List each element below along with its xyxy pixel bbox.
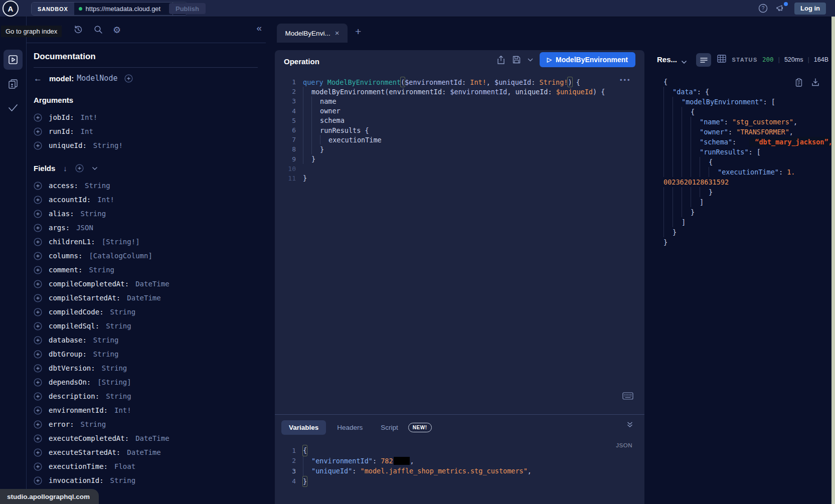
doc-field-row[interactable]: executeStartedAt:DateTime (34, 447, 258, 457)
field-type-link[interactable]: String (93, 350, 119, 358)
doc-field-row[interactable]: uniqueId:String! (34, 140, 258, 150)
add-to-operation-icon[interactable] (34, 406, 42, 415)
add-to-operation-icon[interactable] (34, 308, 42, 316)
add-to-operation-icon[interactable] (34, 448, 42, 457)
field-type-link[interactable]: DateTime (127, 448, 160, 456)
history-icon[interactable] (73, 25, 83, 37)
doc-field-row[interactable]: args:JSON (34, 223, 258, 233)
doc-field-row[interactable]: accountId:Int! (34, 195, 258, 205)
field-type-link[interactable]: String (110, 476, 136, 484)
doc-field-row[interactable]: access:String (34, 181, 258, 191)
collapse-panel-icon[interactable]: « (256, 23, 262, 34)
help-icon[interactable]: ? (758, 4, 768, 13)
response-dropdown-chevron-icon[interactable] (681, 57, 687, 66)
add-to-operation-icon[interactable] (34, 294, 42, 302)
add-to-operation-icon[interactable] (34, 322, 42, 330)
add-to-operation-icon[interactable] (34, 462, 42, 471)
download-response-icon[interactable] (811, 78, 819, 89)
table-view-button[interactable] (717, 55, 726, 65)
tab-script[interactable]: Script (374, 420, 405, 435)
doc-field-type-link[interactable]: ModelNode (77, 74, 117, 83)
add-to-operation-icon[interactable] (34, 420, 42, 429)
nav-explorer-button[interactable] (4, 50, 23, 70)
doc-field-row[interactable]: jobId:Int! (34, 112, 258, 122)
collapse-variables-icon[interactable] (626, 421, 633, 430)
add-to-operation-icon[interactable] (34, 392, 42, 401)
field-type-link[interactable]: DateTime (127, 294, 160, 302)
search-icon[interactable] (93, 25, 103, 37)
field-type-link[interactable]: Float (114, 462, 135, 470)
doc-field-row[interactable]: invocationId:String (34, 475, 258, 485)
tab-variables[interactable]: Variables (281, 420, 326, 435)
doc-field-row[interactable]: compileStartedAt:DateTime (34, 293, 258, 303)
field-type-link[interactable]: [String] (97, 378, 131, 386)
add-to-operation-icon[interactable] (34, 238, 42, 246)
add-to-operation-icon[interactable] (34, 224, 42, 232)
share-icon[interactable] (496, 55, 506, 65)
field-type-link[interactable]: DateTime (135, 280, 169, 288)
field-type-link[interactable]: Int (81, 127, 93, 135)
doc-field-row[interactable]: compileCompletedAt:DateTime (34, 279, 258, 289)
add-to-operation-icon[interactable] (34, 113, 42, 122)
field-type-link[interactable]: String (110, 308, 136, 316)
doc-field-row[interactable]: environmentId:Int! (34, 405, 258, 415)
field-type-link[interactable]: [String!] (102, 238, 140, 246)
publish-button[interactable]: Publish (169, 3, 206, 14)
add-to-operation-icon[interactable] (34, 266, 42, 274)
tab-headers[interactable]: Headers (330, 420, 370, 435)
response-title[interactable]: Res... (657, 55, 677, 64)
field-type-link[interactable]: Int! (114, 406, 131, 414)
field-type-link[interactable]: String (106, 392, 131, 400)
doc-field-row[interactable]: database:String (34, 335, 258, 345)
add-to-operation-icon[interactable] (34, 127, 42, 136)
nav-checks-button[interactable] (0, 103, 26, 113)
operation-more-menu[interactable]: ••• (620, 76, 631, 84)
settings-gear-icon[interactable]: ⚙ (113, 25, 121, 36)
sort-down-icon[interactable]: ↓ (63, 164, 67, 173)
doc-field-row[interactable]: description:String (34, 391, 258, 401)
add-all-fields-icon[interactable] (75, 164, 84, 173)
variables-editor[interactable]: 1{2"environmentId": 782,3"uniqueId": "mo… (275, 445, 644, 486)
add-to-operation-icon[interactable] (34, 196, 42, 204)
login-button[interactable]: Log in (794, 3, 826, 15)
doc-field-row[interactable]: compiledSql:String (34, 321, 258, 331)
response-json[interactable]: {"data": {"modelByEnvironment": [{"name"… (663, 77, 831, 247)
add-to-operation-icon[interactable] (34, 476, 42, 485)
add-to-operation-icon[interactable] (34, 350, 42, 359)
doc-field-row[interactable]: dependsOn:[String] (34, 377, 258, 387)
add-to-operation-icon[interactable] (34, 210, 42, 218)
close-tab-icon[interactable]: × (335, 30, 340, 37)
add-to-operation-icon[interactable] (34, 336, 42, 345)
operation-editor[interactable]: 1query ModelByEnvironment($environmentId… (275, 77, 644, 183)
add-field-icon[interactable] (124, 74, 133, 83)
announcements-icon[interactable] (776, 4, 786, 13)
run-operation-button[interactable]: ▷ ModelByEnvironment (540, 52, 635, 67)
doc-field-row[interactable]: compiledCode:String (34, 307, 258, 317)
doc-field-row[interactable]: runId:Int (34, 126, 258, 136)
field-type-link[interactable]: String! (93, 141, 123, 149)
copy-response-icon[interactable] (795, 78, 803, 89)
field-type-link[interactable]: String (102, 364, 127, 372)
operation-tab[interactable]: ModelByEnvi... × (277, 24, 348, 43)
add-to-operation-icon[interactable] (34, 252, 42, 260)
field-type-link[interactable]: String (93, 336, 119, 344)
keyboard-shortcuts-icon[interactable] (622, 392, 633, 402)
field-type-link[interactable]: String (81, 210, 106, 218)
add-to-operation-icon[interactable] (34, 141, 42, 150)
add-to-operation-icon[interactable] (34, 280, 42, 288)
field-type-link[interactable]: Int! (97, 196, 114, 204)
doc-field-row[interactable]: childrenL1:[String!] (34, 237, 258, 247)
add-to-operation-icon[interactable] (34, 434, 42, 443)
field-type-link[interactable]: String (81, 420, 106, 428)
field-type-link[interactable]: Int! (81, 113, 98, 121)
doc-field-row[interactable]: alias:String (34, 209, 258, 219)
endpoint-url-input[interactable]: https://metadata.cloud.get (74, 3, 173, 15)
nav-schema-button[interactable] (0, 78, 26, 90)
field-type-link[interactable]: [CatalogColumn] (89, 252, 152, 260)
doc-field-row[interactable]: dbtGroup:String (34, 349, 258, 359)
doc-field-row[interactable]: executionTime:Float (34, 461, 258, 471)
save-chevron-icon[interactable] (528, 58, 533, 62)
list-view-button[interactable] (696, 53, 711, 67)
doc-field-row[interactable]: error:String (34, 419, 258, 429)
doc-field-row[interactable]: dbtVersion:String (34, 363, 258, 373)
